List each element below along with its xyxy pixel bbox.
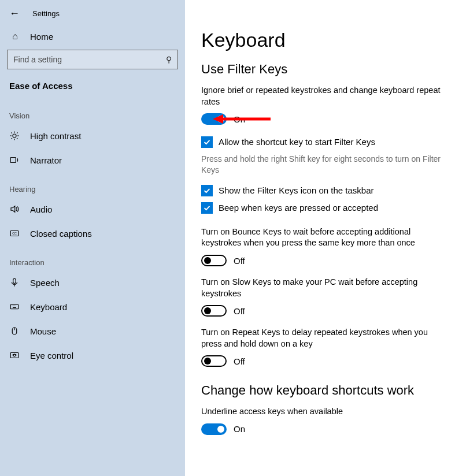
sidebar-item-label: High contrast: [30, 131, 81, 141]
svg-line-7: [11, 138, 12, 139]
page-title: Keyboard: [201, 29, 445, 51]
beep-label: Beep when keys are pressed or accepted: [219, 202, 378, 214]
allow-shortcut-hint: Press and hold the right Shift key for e…: [201, 154, 445, 176]
sidebar-item-label: Mouse: [30, 326, 56, 336]
filter-keys-toggle-state: On: [234, 114, 245, 124]
slow-keys-description: Turn on Slow Keys to make your PC wait b…: [201, 277, 445, 299]
cc-icon: CC: [9, 228, 21, 239]
filter-keys-heading: Use Filter Keys: [201, 62, 445, 77]
sidebar-item-eye-control[interactable]: Eye control: [0, 343, 185, 367]
underline-toggle[interactable]: [201, 423, 227, 435]
svg-rect-15: [10, 304, 19, 309]
filter-keys-description: Ignore brief or repeated keystrokes and …: [201, 85, 445, 107]
group-hearing: Hearing: [0, 172, 185, 197]
keyboard-icon: [9, 302, 21, 312]
show-taskbar-icon-checkbox[interactable]: [201, 185, 213, 196]
settings-label: Settings: [32, 9, 60, 18]
svg-marker-10: [11, 206, 15, 213]
main-content: Keyboard Use Filter Keys Ignore brief or…: [185, 0, 455, 476]
svg-line-8: [17, 132, 18, 133]
sidebar-item-speech[interactable]: Speech: [0, 270, 185, 295]
sidebar-item-high-contrast[interactable]: High contrast: [0, 124, 185, 148]
sidebar-item-label: Narrator: [30, 155, 62, 165]
shortcuts-heading: Change how keyboard shortcuts work: [201, 383, 445, 398]
section-title: Ease of Access: [0, 75, 185, 99]
sidebar-item-label: Audio: [30, 204, 52, 214]
home-icon: ⌂: [9, 31, 21, 42]
svg-text:CC: CC: [12, 232, 17, 235]
show-taskbar-icon-label: Show the Filter Keys icon on the taskbar: [219, 185, 373, 196]
beep-checkbox[interactable]: [201, 202, 213, 214]
sidebar-item-closed-captions[interactable]: CC Closed captions: [0, 221, 185, 246]
speaker-icon: [9, 204, 21, 214]
filter-keys-toggle[interactable]: [201, 113, 227, 125]
sidebar-item-label: Speech: [30, 278, 60, 288]
sidebar-item-label: Keyboard: [30, 302, 67, 312]
bounce-keys-description: Turn on Bounce Keys to wait before accep…: [201, 226, 445, 249]
slow-keys-toggle[interactable]: [201, 305, 227, 317]
underline-description: Underline access keys when available: [201, 406, 445, 418]
sidebar-item-label: Eye control: [30, 351, 73, 360]
home-label: Home: [30, 32, 53, 42]
sidebar-item-narrator[interactable]: Narrator: [0, 148, 185, 172]
repeat-keys-toggle[interactable]: [201, 355, 227, 367]
bounce-keys-toggle[interactable]: [201, 255, 227, 266]
sun-icon: [9, 131, 21, 141]
svg-rect-23: [10, 353, 19, 358]
narrator-icon: [9, 155, 21, 165]
svg-rect-9: [10, 158, 16, 163]
sidebar-item-audio[interactable]: Audio: [0, 197, 185, 221]
microphone-icon: [9, 277, 21, 288]
sidebar: ← Settings ⌂ Home ⚲ Ease of Access Visio…: [0, 0, 185, 476]
sidebar-item-mouse[interactable]: Mouse: [0, 319, 185, 343]
search-input-container[interactable]: ⚲: [7, 50, 178, 69]
underline-toggle-state: On: [234, 424, 245, 434]
sidebar-item-keyboard[interactable]: Keyboard: [0, 295, 185, 319]
svg-line-5: [11, 132, 12, 133]
allow-shortcut-checkbox[interactable]: [201, 136, 213, 148]
svg-line-6: [17, 138, 18, 139]
group-vision: Vision: [0, 99, 185, 124]
search-icon: ⚲: [166, 55, 172, 64]
bounce-keys-toggle-state: Off: [234, 256, 245, 266]
group-interaction: Interaction: [0, 246, 185, 270]
repeat-keys-toggle-state: Off: [234, 356, 245, 366]
eye-icon: [9, 350, 21, 360]
svg-point-0: [13, 134, 16, 137]
search-input[interactable]: [13, 55, 166, 64]
mouse-icon: [9, 326, 21, 336]
back-icon[interactable]: ←: [9, 8, 20, 18]
home-button[interactable]: ⌂ Home: [0, 25, 185, 47]
sidebar-item-label: Closed captions: [30, 229, 92, 239]
allow-shortcut-label: Allow the shortcut key to start Filter K…: [219, 136, 375, 148]
slow-keys-toggle-state: Off: [234, 306, 245, 316]
svg-rect-13: [13, 278, 16, 283]
repeat-keys-description: Turn on Repeat Keys to delay repeated ke…: [201, 327, 445, 349]
